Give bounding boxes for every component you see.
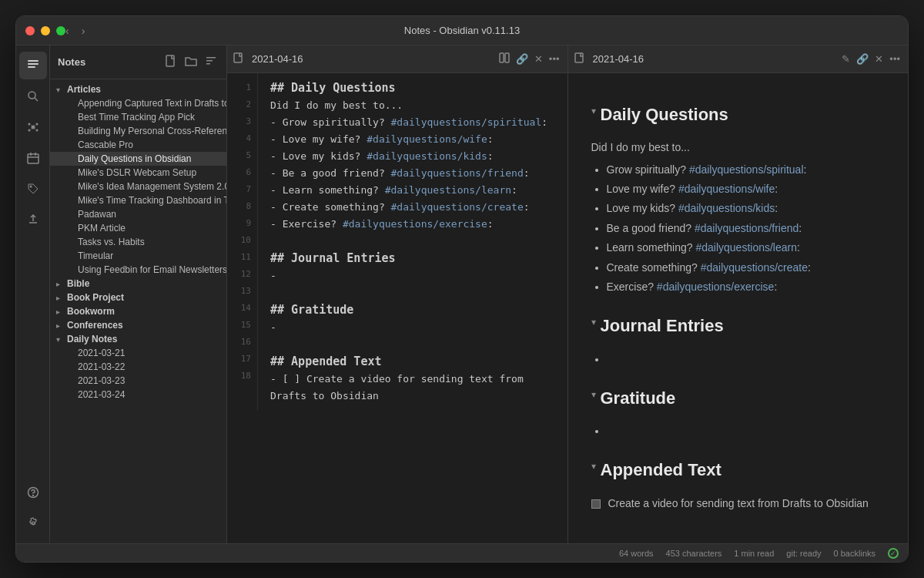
close-button[interactable]: [25, 26, 35, 35]
sidebar-item-bible[interactable]: ▸ Bible: [50, 277, 226, 291]
sort-button[interactable]: [203, 53, 219, 72]
list-item[interactable]: Mike's Idea Management System 2.0: [50, 180, 226, 193]
preview-link-spiritual[interactable]: #dailyquestions/spiritual: [689, 163, 804, 176]
svg-rect-0: [28, 60, 38, 62]
sidebar-item-daily-questions-obsidian[interactable]: Daily Questions in Obsidian: [50, 152, 226, 166]
editor-line-6: - Be a good friend? #dailyquestions/frie…: [270, 165, 555, 182]
list-item[interactable]: 2021-03-23: [50, 374, 226, 388]
editor-line-18: - [ ] Create a video for sending text fr…: [270, 371, 555, 405]
activity-files-icon[interactable]: [19, 52, 47, 79]
preview-link-learn[interactable]: #dailyquestions/learn: [695, 241, 797, 254]
source-tab-bar: 2021-04-16 🔗 ✕ •••: [227, 45, 567, 73]
preview-tab-title: 2021-04-16: [593, 53, 838, 65]
toggle-preview-button[interactable]: [497, 51, 511, 67]
editor-line-16: [270, 336, 555, 353]
list-item[interactable]: 2021-03-21: [50, 346, 226, 360]
forward-button[interactable]: ›: [79, 23, 89, 39]
status-characters: 453 characters: [666, 549, 722, 558]
preview-heading-journal: Journal Entries: [601, 312, 724, 339]
collapse-gratitude[interactable]: ▾: [591, 388, 596, 402]
collapse-appended[interactable]: ▾: [591, 459, 596, 474]
sidebar-actions: [163, 53, 219, 72]
collapse-daily-questions[interactable]: ▾: [591, 104, 596, 119]
editor-line-13: [270, 284, 555, 301]
sidebar-item-conferences[interactable]: ▸ Conferences: [50, 318, 226, 332]
preview-list-journal: [607, 351, 886, 368]
sidebar-toolbar: Notes: [50, 45, 226, 79]
list-item[interactable]: Appending Captured Text in Drafts to Da: [50, 96, 226, 110]
preview-more-button[interactable]: •••: [888, 52, 902, 66]
preview-rendered-content: ▾ Daily Questions Did I do my best to...…: [568, 73, 909, 543]
list-item[interactable]: PKM Article: [50, 221, 226, 235]
more-options-button[interactable]: •••: [547, 52, 561, 66]
list-item[interactable]: Using Feedbin for Email Newsletters: [50, 263, 226, 277]
folder-arrow-articles: ▾: [56, 86, 67, 94]
close-tab-button[interactable]: ✕: [533, 52, 544, 66]
activity-calendar-icon[interactable]: [19, 144, 47, 172]
preview-link-kids[interactable]: #dailyquestions/kids: [678, 202, 775, 214]
collapse-journal[interactable]: ▾: [591, 315, 596, 330]
list-item: Be a good friend? #dailyquestions/friend…: [607, 220, 886, 237]
editor-lines: 1 2 3 4 5 6 7 8 9 10 11 12 13: [227, 73, 567, 411]
preview-link-friend[interactable]: #dailyquestions/friend: [695, 222, 798, 234]
activity-tags-icon[interactable]: [19, 175, 47, 203]
minimize-button[interactable]: [41, 26, 50, 35]
svg-rect-26: [500, 53, 504, 62]
svg-rect-27: [505, 53, 509, 62]
sidebar-item-bookworm[interactable]: ▸ Bookworm: [50, 304, 226, 318]
list-item[interactable]: Mike's Time Tracking Dashboard in Timer: [50, 193, 226, 207]
list-item[interactable]: Timeular: [50, 249, 226, 263]
edit-button[interactable]: ✎: [840, 52, 852, 66]
list-item: [607, 351, 886, 368]
link-button[interactable]: 🔗: [514, 52, 530, 66]
status-bar: 64 words 453 characters 1 min read git: …: [16, 543, 908, 562]
source-editor-content[interactable]: 1 2 3 4 5 6 7 8 9 10 11 12 13: [227, 73, 567, 543]
svg-rect-2: [28, 66, 35, 68]
svg-rect-22: [206, 57, 216, 59]
list-item[interactable]: 2021-03-24: [50, 388, 226, 402]
preview-section-appended: ▾ Appended Text Create a video for sendi…: [591, 444, 886, 512]
checkbox-icon[interactable]: [591, 499, 601, 509]
list-item[interactable]: Best Time Tracking App Pick: [50, 110, 226, 124]
preview-tab-bar: 2021-04-16 ✎ 🔗 ✕ •••: [568, 45, 909, 73]
sidebar-item-daily-notes[interactable]: ▾ Daily Notes: [50, 332, 226, 346]
preview-list-gratitude: [607, 422, 886, 439]
svg-point-6: [28, 123, 30, 126]
preview-link-create[interactable]: #dailyquestions/create: [701, 261, 808, 274]
editor-text-content[interactable]: ## Daily Questions Did I do my best to..…: [258, 73, 567, 411]
activity-search-icon[interactable]: [19, 82, 47, 110]
editor-line-10: [270, 233, 555, 250]
sidebar-item-book-project[interactable]: ▸ Book Project: [50, 291, 226, 304]
sidebar-title: Notes: [58, 56, 85, 68]
activity-settings-icon[interactable]: [19, 509, 47, 537]
sidebar-item-articles[interactable]: ▾ Articles: [50, 82, 226, 96]
new-file-button[interactable]: [163, 53, 179, 72]
editor-line-5: - Love my kids? #dailyquestions/kids:: [270, 148, 555, 165]
list-item[interactable]: Mike's DSLR Webcam Setup: [50, 166, 226, 180]
activity-publish-icon[interactable]: [19, 206, 47, 234]
preview-intro-daily-questions: Did I do my best to...: [591, 139, 886, 156]
preview-heading-daily-questions: Daily Questions: [601, 101, 728, 128]
list-item[interactable]: Building My Personal Cross-Reference Li: [50, 124, 226, 138]
activity-help-icon[interactable]: [19, 479, 47, 506]
status-backlinks: 0 backlinks: [834, 549, 875, 558]
activity-graph-icon[interactable]: [19, 113, 47, 141]
folder-arrow-daily-notes: ▾: [56, 335, 67, 344]
preview-link-wife[interactable]: #dailyquestions/wife: [678, 183, 775, 195]
svg-point-20: [32, 496, 33, 496]
traffic-lights: [25, 26, 65, 35]
new-folder-button[interactable]: [183, 53, 199, 72]
preview-link-exercise[interactable]: #dailyquestions/exercise: [657, 281, 775, 293]
list-item[interactable]: Tasks vs. Habits: [50, 235, 226, 249]
preview-close-button[interactable]: ✕: [873, 52, 885, 66]
app-window: ‹ › Notes - Obsidian v0.11.13: [15, 15, 909, 563]
editor-line-9: - Exercise? #dailyquestions/exercise:: [270, 216, 555, 233]
list-item[interactable]: Cascable Pro: [50, 138, 226, 152]
list-item[interactable]: 2021-03-22: [50, 360, 226, 374]
editor-line-11: ## Journal Entries: [270, 250, 555, 267]
back-button[interactable]: ‹: [62, 23, 72, 39]
svg-point-9: [35, 129, 38, 132]
preview-pane: 2021-04-16 ✎ 🔗 ✕ ••• ▾ Daily Questions: [568, 45, 909, 543]
preview-link-button[interactable]: 🔗: [855, 52, 870, 66]
list-item[interactable]: Padawan: [50, 207, 226, 221]
